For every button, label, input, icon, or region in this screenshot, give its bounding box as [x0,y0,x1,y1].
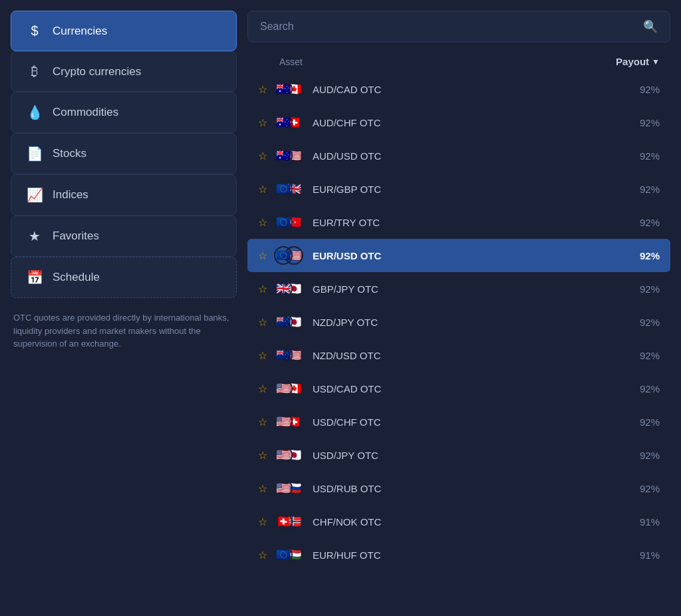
indices-icon: 📈 [26,187,43,203]
favorite-star[interactable]: ☆ [258,549,267,561]
asset-row[interactable]: ☆ 🇪🇺 🇬🇧 EUR/GBP OTC 92% [247,172,670,206]
schedule-icon: 📅 [26,269,43,285]
flag-pair: 🇬🇧 🇯🇵 [274,278,306,299]
asset-row[interactable]: ☆ 🇳🇿 🇯🇵 NZD/JPY OTC 92% [247,305,670,339]
asset-payout: 92% [626,250,660,261]
sidebar-item-label: Commodities [53,106,118,119]
flag-1: 🇦🇺 [274,80,293,98]
asset-name: AUD/USD OTC [313,150,620,162]
asset-name: EUR/TRY OTC [313,217,620,228]
flag-pair: 🇦🇺 🇨🇭 [274,112,306,133]
favorite-star[interactable]: ☆ [258,116,267,129]
asset-row[interactable]: ☆ 🇳🇿 🇺🇸 NZD/USD OTC 92% [247,339,670,372]
flag-1: 🇳🇿 [274,346,293,365]
asset-name: AUD/CAD OTC [313,84,620,95]
flag-pair: 🇳🇿 🇯🇵 [274,311,306,333]
asset-name: GBP/JPY OTC [313,283,620,295]
favorite-star[interactable]: ☆ [258,249,267,262]
asset-row[interactable]: ☆ 🇦🇺 🇨🇦 AUD/CAD OTC 92% [247,73,670,106]
favorites-icon: ★ [26,228,43,244]
flag-1: 🇪🇺 [274,545,293,564]
disclaimer-text: OTC quotes are provided directly by inte… [11,311,237,351]
commodities-icon: 💧 [26,104,43,120]
flag-pair: 🇺🇸 🇷🇺 [274,478,306,499]
col-asset-label: Asset [279,57,616,67]
sidebar-item-commodities[interactable]: 💧 Commodities [11,92,237,133]
flag-1: 🇳🇿 [274,313,293,331]
flag-pair: 🇳🇿 🇺🇸 [274,345,306,366]
flag-pair: 🇪🇺 🇺🇸 [274,245,306,266]
asset-row[interactable]: ☆ 🇺🇸 🇷🇺 USD/RUB OTC 92% [247,472,670,505]
asset-name: USD/CAD OTC [313,383,620,394]
sidebar-item-indices[interactable]: 📈 Indices [11,174,237,216]
asset-list: ☆ 🇦🇺 🇨🇦 AUD/CAD OTC 92% ☆ 🇦🇺 🇨🇭 AUD/CHF … [247,73,670,571]
favorite-star[interactable]: ☆ [258,349,267,362]
favorite-star[interactable]: ☆ [258,416,267,428]
sidebar-item-crypto[interactable]: ₿ Crypto currencies [11,51,237,92]
favorite-star[interactable]: ☆ [258,316,267,329]
favorite-star[interactable]: ☆ [258,383,267,395]
asset-name: USD/RUB OTC [313,483,620,494]
sidebar-item-schedule[interactable]: 📅 Schedule [11,257,237,298]
flag-pair: 🇦🇺 🇨🇦 [274,78,306,100]
favorite-star[interactable]: ☆ [258,83,267,96]
favorite-star[interactable]: ☆ [258,482,267,495]
asset-name: NZD/JPY OTC [313,317,620,328]
asset-payout: 92% [626,283,660,295]
asset-row[interactable]: ☆ 🇦🇺 🇨🇭 AUD/CHF OTC 92% [247,106,670,139]
flag-1: 🇺🇸 [274,446,293,464]
main-panel: 🔍 Asset Payout ▼ ☆ 🇦🇺 🇨🇦 AUD/CAD OTC 92%… [247,11,670,605]
asset-row[interactable]: ☆ 🇪🇺 🇺🇸 EUR/USD OTC 92% [247,239,670,272]
asset-payout: 92% [626,150,660,162]
stocks-icon: 📄 [26,146,43,162]
favorite-star[interactable]: ☆ [258,449,267,462]
sidebar-item-label: Schedule [53,271,100,284]
flag-1: 🇨🇭 [274,512,293,531]
search-icon: 🔍 [643,19,658,34]
asset-payout: 92% [626,217,660,228]
flag-1: 🇺🇸 [274,412,293,431]
favorite-star[interactable]: ☆ [258,150,267,162]
flag-pair: 🇪🇺 🇹🇷 [274,212,306,233]
favorite-star[interactable]: ☆ [258,516,267,528]
favorite-star[interactable]: ☆ [258,183,267,196]
sidebar-item-label: Crypto currencies [53,65,141,78]
flag-pair: 🇺🇸 🇯🇵 [274,444,306,466]
payout-sort-icon: ▼ [652,57,660,67]
asset-payout: 92% [626,317,660,328]
asset-row[interactable]: ☆ 🇺🇸 🇯🇵 USD/JPY OTC 92% [247,438,670,472]
asset-row[interactable]: ☆ 🇪🇺 🇭🇺 EUR/HUF OTC 91% [247,538,670,571]
flag-pair: 🇨🇭 🇳🇴 [274,511,306,532]
crypto-icon: ₿ [26,64,43,79]
asset-name: AUD/CHF OTC [313,117,620,128]
flag-1: 🇺🇸 [274,379,293,398]
asset-row[interactable]: ☆ 🇦🇺 🇺🇸 AUD/USD OTC 92% [247,139,670,172]
col-payout-label[interactable]: Payout ▼ [616,56,660,67]
flag-1: 🇪🇺 [274,180,293,198]
search-input[interactable] [260,21,643,33]
sidebar-item-label: Stocks [53,147,86,160]
asset-payout: 91% [626,549,660,561]
sidebar-item-label: Favorites [53,230,99,243]
sidebar-item-favorites[interactable]: ★ Favorites [11,216,237,257]
favorite-star[interactable]: ☆ [258,216,267,229]
flag-1: 🇺🇸 [274,479,293,498]
flag-1: 🇪🇺 [274,246,293,265]
favorite-star[interactable]: ☆ [258,283,267,295]
sidebar-item-label: Currencies [53,25,107,38]
sidebar-item-stocks[interactable]: 📄 Stocks [11,133,237,174]
search-bar[interactable]: 🔍 [247,11,670,43]
asset-payout: 92% [626,483,660,494]
flag-1: 🇪🇺 [274,213,293,231]
asset-row[interactable]: ☆ 🇺🇸 🇨🇭 USD/CHF OTC 92% [247,405,670,438]
asset-name: EUR/USD OTC [313,250,620,261]
asset-payout: 92% [626,383,660,394]
asset-row[interactable]: ☆ 🇨🇭 🇳🇴 CHF/NOK OTC 91% [247,505,670,538]
asset-row[interactable]: ☆ 🇪🇺 🇹🇷 EUR/TRY OTC 92% [247,206,670,239]
flag-1: 🇦🇺 [274,146,293,165]
sidebar-item-currencies[interactable]: $ Currencies [11,11,237,51]
asset-row[interactable]: ☆ 🇬🇧 🇯🇵 GBP/JPY OTC 92% [247,272,670,305]
asset-row[interactable]: ☆ 🇺🇸 🇨🇦 USD/CAD OTC 92% [247,372,670,405]
asset-payout: 92% [626,184,660,195]
flag-1: 🇦🇺 [274,113,293,132]
